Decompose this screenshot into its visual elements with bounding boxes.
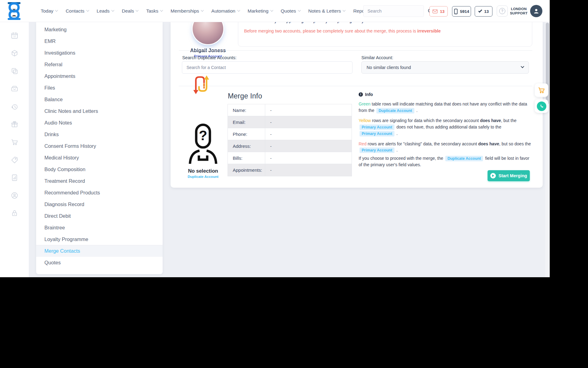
nav-item-label: Deals	[122, 8, 134, 14]
menu-item-referral[interactable]: Referral	[36, 59, 163, 70]
menu-item-audio-notes[interactable]: Audio Notes	[36, 117, 163, 128]
messages-badge[interactable]: 13	[429, 6, 448, 17]
menu-item-recommended-products[interactable]: Recommended Products	[36, 187, 163, 198]
text-segment: , but so does the	[499, 141, 531, 146]
chevron-down-icon	[270, 9, 273, 12]
menu-item-treatment-record[interactable]: Treatment Record	[36, 175, 163, 187]
info-header: Info	[359, 92, 532, 97]
tasks-badge[interactable]: 13	[475, 6, 492, 17]
global-search	[363, 5, 424, 17]
calendar-icon[interactable]: 12	[0, 32, 29, 49]
nav-item-label: Marketing	[248, 8, 269, 14]
archive-icon[interactable]	[0, 85, 29, 103]
messages-count: 13	[440, 9, 444, 14]
nav-item-memberships[interactable]: Memberships	[167, 8, 207, 14]
gift-icon[interactable]	[0, 121, 29, 138]
menu-item-clinic-notes-and-letters[interactable]: Clinic Notes and Letters	[36, 105, 163, 117]
similar-account-label: Similar Account:	[361, 55, 393, 60]
merge-row-label: Bills:	[228, 152, 265, 164]
search-input[interactable]	[364, 9, 427, 13]
nav-item-label: Contacts	[66, 8, 84, 14]
start-merging-label: Start Merging	[499, 173, 527, 178]
report-icon[interactable]	[0, 174, 29, 192]
package-icon[interactable]	[0, 49, 29, 67]
history-icon[interactable]	[0, 103, 29, 121]
info-paragraphs: Green table rows will indicate matching …	[359, 101, 532, 168]
merge-row-label: Name:	[228, 104, 265, 116]
nav-item-marketing[interactable]: Marketing	[244, 8, 277, 14]
menu-item-investigations[interactable]: Investigations	[36, 47, 163, 59]
text-segment: If you choose to proceed with the merge,…	[359, 156, 444, 161]
account-chip: Duplicate Account	[445, 156, 483, 161]
user-icon	[533, 8, 540, 14]
chevron-down-icon	[343, 9, 346, 12]
whatsapp-float-button[interactable]	[535, 99, 548, 113]
merge-table-row: Bills:-	[228, 152, 352, 164]
merge-table-row: Name:-	[228, 104, 352, 116]
divider	[179, 50, 532, 51]
lock-icon[interactable]	[0, 209, 29, 227]
merge-row-value: -	[265, 116, 352, 128]
menu-item-body-composition[interactable]: Body Composition	[36, 163, 163, 175]
info-paragraph: Green table rows will indicate matching …	[359, 101, 532, 113]
nav-item-deals[interactable]: Deals	[118, 8, 142, 14]
nav-item-automation[interactable]: Automation	[207, 8, 243, 14]
divider	[179, 86, 532, 86]
nav-item-quotes[interactable]: Quotes	[277, 8, 304, 14]
nav-item-today[interactable]: Today	[37, 8, 62, 14]
vertical-scrollbar[interactable]	[545, 22, 550, 277]
menu-item-files[interactable]: Files	[36, 82, 163, 94]
menu-item-direct-debit[interactable]: Direct Debit	[36, 210, 163, 222]
menu-item-merge-contacts[interactable]: Merge Contacts	[36, 245, 163, 257]
cart-icon[interactable]	[0, 138, 29, 156]
chevron-down-icon	[521, 64, 524, 68]
support-icon[interactable]	[0, 192, 29, 209]
warning-text: Before merging two accounts, please be c…	[244, 29, 528, 33]
menu-item-medical-history[interactable]: Medical History	[36, 152, 163, 163]
cart-float-button[interactable]	[535, 83, 548, 97]
menu-item-appointments[interactable]: Appointments	[36, 70, 163, 82]
menu-item-diagnosis-record[interactable]: Diagnosis Record	[36, 198, 163, 210]
menu-item-marketing[interactable]: Marketing	[36, 24, 163, 35]
text-segment: , but the	[501, 118, 517, 123]
menu-item-drinks[interactable]: Drinks	[36, 128, 163, 140]
merge-arrows-icon	[192, 74, 210, 95]
info-paragraph: If you choose to proceed with the merge,…	[359, 155, 532, 168]
nav-item-notes-letters[interactable]: Notes & Letters	[304, 8, 349, 14]
merge-table-row: Phone:-	[228, 128, 352, 140]
phone-badge[interactable]: 5914	[452, 6, 471, 17]
start-merging-button[interactable]: Start Merging	[488, 170, 530, 181]
menu-item-balance[interactable]: Balance	[36, 94, 163, 105]
menu-item-loyalty-programme[interactable]: Loyalty Programme	[36, 233, 163, 245]
phone-count: 5914	[460, 9, 469, 14]
text-segment: Green	[359, 102, 371, 106]
help-button[interactable]	[497, 6, 508, 17]
nav-item-tasks[interactable]: Tasks	[142, 8, 167, 14]
merge-row-value: -	[265, 164, 352, 176]
text-segment: does have	[480, 118, 501, 123]
nav-item-leads[interactable]: Leads	[93, 8, 118, 14]
menu-item-quotes[interactable]: Quotes	[36, 257, 163, 268]
contact-sections-menu: MarketingEMRInvestigationsReferralAppoin…	[36, 22, 163, 274]
user-avatar[interactable]	[530, 5, 542, 17]
menu-item-braintree[interactable]: Braintree	[36, 222, 163, 233]
merge-info-table: Name:-Email:-Phone:-Address:-Bills:-Appo…	[228, 104, 352, 176]
menu-item-consent-forms-history[interactable]: Consent Forms History	[36, 140, 163, 152]
similar-account-select[interactable]: No similar clients found	[361, 61, 529, 74]
copy-icon[interactable]	[0, 67, 29, 85]
nav-item-contacts[interactable]: Contacts	[62, 8, 92, 14]
no-selection-text: No selection	[182, 168, 224, 174]
duplicate-search-input[interactable]	[182, 61, 352, 74]
menu-item-emr[interactable]: EMR	[36, 35, 163, 47]
merge-table-row: Email:-	[228, 116, 352, 128]
top-navbar: TodayContactsLeadsDealsTasksMembershipsA…	[0, 0, 550, 22]
price-tag-icon[interactable]	[0, 156, 29, 174]
icon-rail: 12	[0, 22, 29, 277]
text-segment: .	[415, 108, 418, 113]
duplicate-account-placeholder: ? No selection Duplicate Account	[182, 123, 224, 178]
text-segment: does have	[478, 141, 499, 146]
clinic-logo-icon[interactable]	[7, 2, 21, 20]
merge-table-row: Appointments:-	[228, 164, 352, 176]
chevron-down-icon	[55, 9, 58, 12]
info-icon	[359, 92, 363, 97]
